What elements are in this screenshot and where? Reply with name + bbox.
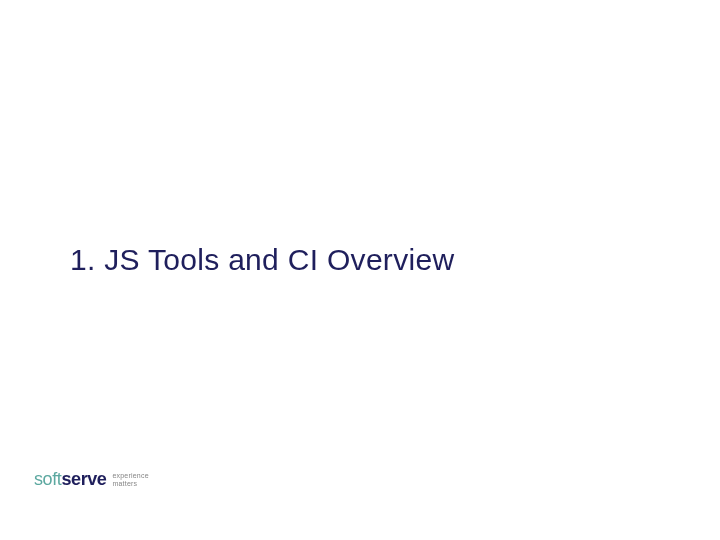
tagline-line2: matters [112,480,148,488]
logo-tagline: experience matters [112,472,148,487]
logo-text: softserve [34,470,106,488]
logo-part-serve: serve [61,469,106,489]
company-logo: softserve experience matters [34,470,149,488]
tagline-line1: experience [112,472,148,480]
logo-part-soft: soft [34,469,61,489]
slide-title: 1. JS Tools and CI Overview [70,243,454,277]
